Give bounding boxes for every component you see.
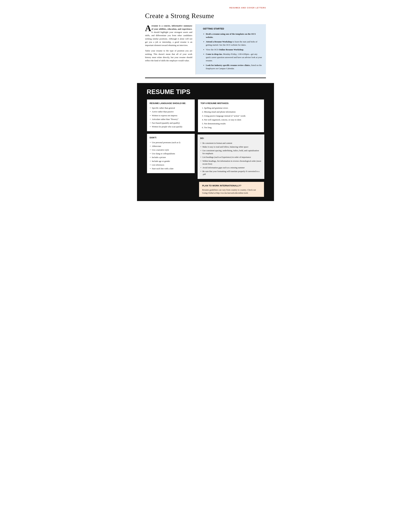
language-list: Specific rather than general Active rath… xyxy=(149,106,192,128)
list-item: Include age or gender xyxy=(149,160,192,163)
list-item: List references xyxy=(149,163,192,166)
dont-box-title: DON'T: xyxy=(149,136,192,139)
gs-item2-bold: Attend a Resume Workshop xyxy=(206,40,232,43)
gs-item3-bold: Online Resume Workshop. xyxy=(219,48,244,51)
right-boxes: TOP 6 RESUME MISTAKES: Spelling and gram… xyxy=(198,99,264,179)
gs-item1-bold: Draft a resume using one of the template… xyxy=(206,33,256,38)
list-item: Fact-based (quantify and qualify) xyxy=(149,122,192,124)
bottom-section: RESUME TIPS RESUME LANGUAGE SHOULD BE: S… xyxy=(137,83,274,201)
intro-para2: Tailor your resume to the type of positi… xyxy=(145,49,192,62)
language-box: RESUME LANGUAGE SHOULD BE: Specific rath… xyxy=(147,99,195,132)
list-item: Start each line with a date xyxy=(149,167,192,170)
gs-item4-bold: Come to drop-ins. xyxy=(206,53,223,55)
getting-started-list: Draft a resume using one of the template… xyxy=(203,32,263,70)
dont-box: DON'T: Use personal pronouns (such as I)… xyxy=(147,133,195,173)
list-item: List headings (such as Experience) in or… xyxy=(200,156,262,159)
list-item: Active rather than passive xyxy=(149,110,192,113)
list-item: Articulate rather than "flowery" xyxy=(149,118,192,121)
intro-para1-bold: resume is a concise, informative summary… xyxy=(151,25,192,30)
bottom-grid: RESUME LANGUAGE SHOULD BE: Specific rath… xyxy=(147,99,264,179)
do-box-title: DO: xyxy=(200,137,262,140)
getting-started-title: GETTING STARTED xyxy=(203,27,263,30)
international-text: Resume guidelines can vary from country … xyxy=(202,188,261,195)
list-item: Abbreviate xyxy=(149,145,192,148)
do-box: DO: Be consistent in format and content … xyxy=(198,134,264,179)
intro-para1-rest: It should highlight your strongest asset… xyxy=(145,31,192,47)
getting-started-column: GETTING STARTED Draft a resume using one… xyxy=(196,24,266,75)
list-item: Too long xyxy=(204,126,262,129)
resume-tips-title: RESUME TIPS xyxy=(147,87,264,96)
list-item: Written to express not impress xyxy=(149,114,192,117)
list-item: Use a narrative style xyxy=(149,149,192,151)
international-box: PLAN TO WORK INTERNATIONALLY? Resume gui… xyxy=(199,181,264,197)
intro-column: A resume is a concise, informative summa… xyxy=(145,24,196,75)
list-item: Include a picture xyxy=(149,156,192,159)
left-boxes: RESUME LANGUAGE SHOULD BE: Specific rath… xyxy=(147,99,195,173)
dont-list: Use personal pronouns (such as I) Abbrev… xyxy=(149,141,192,170)
list-item: Using passive language instead of "actio… xyxy=(204,114,262,117)
list-item: Not demonstrating results xyxy=(204,122,262,125)
list-item: Draft a resume using one of the template… xyxy=(206,32,263,39)
list-item: Within headings, list information in rev… xyxy=(200,160,262,165)
list-item: Attend a Resume Workshop to learn the nu… xyxy=(206,40,263,47)
top-label: RESUMES AND COVER LETTERS xyxy=(145,6,266,9)
top-section: A resume is a concise, informative summa… xyxy=(145,24,266,78)
top6-box: TOP 6 RESUME MISTAKES: Spelling and gram… xyxy=(198,99,264,133)
list-item: Come to drop-ins. Monday-Friday, 1:00-4:… xyxy=(206,53,263,62)
list-item: Specific rather than general xyxy=(149,106,192,109)
list-item: Written for people who scan quickly xyxy=(149,125,192,128)
list-item: Make it easy to read and follow, balanci… xyxy=(200,145,262,148)
list-item: Not well organized, concise, or easy to … xyxy=(204,118,262,121)
top6-box-title: TOP 6 RESUME MISTAKES: xyxy=(200,102,262,105)
list-item: Use slang or colloquialisms xyxy=(149,152,192,155)
list-item: Avoid information gaps such as a missing… xyxy=(200,166,262,169)
international-row: PLAN TO WORK INTERNATIONALLY? Resume gui… xyxy=(147,179,264,201)
international-title: PLAN TO WORK INTERNATIONALLY? xyxy=(202,184,261,187)
top6-list: Spelling and grammar errors Missing emai… xyxy=(200,106,262,129)
gs-item5-bold: Look for industry specific resume review… xyxy=(206,64,250,66)
page-title: Create a Strong Resume xyxy=(145,11,266,21)
list-item: Be sure that your formatting will transl… xyxy=(200,170,262,176)
list-item: Spelling and grammar errors xyxy=(204,106,262,109)
do-list: Be consistent in format and content Make… xyxy=(200,142,262,176)
list-item: Look for industry specific resume review… xyxy=(206,64,263,70)
language-box-title: RESUME LANGUAGE SHOULD BE: xyxy=(149,102,192,105)
list-item: Use consistent spacing, underlining, ita… xyxy=(200,149,262,155)
getting-started-box: GETTING STARTED Draft a resume using one… xyxy=(200,24,266,75)
list-item: Missing email and phone information xyxy=(204,110,262,113)
intro-para1: A resume is a concise, informative summa… xyxy=(145,24,192,47)
list-item: Use personal pronouns (such as I) xyxy=(149,141,192,144)
list-item: Be consistent in format and content xyxy=(200,142,262,145)
list-item: View the OCS Online Resume Workshop. xyxy=(206,48,263,51)
drop-cap: A xyxy=(145,25,151,31)
